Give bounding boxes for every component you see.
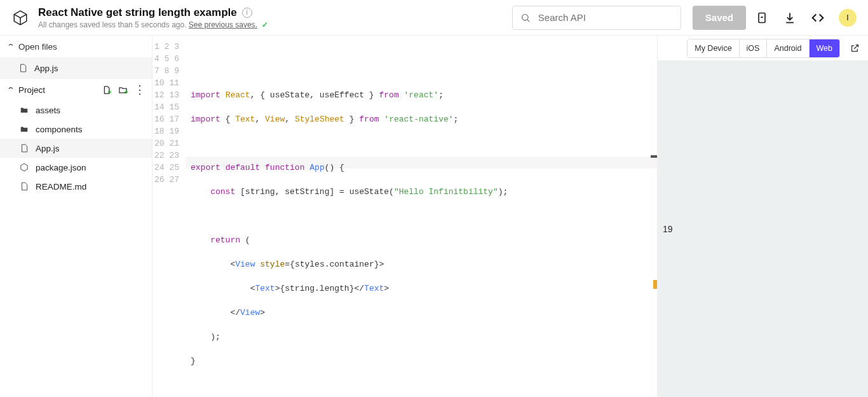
tree-label: assets <box>36 106 60 115</box>
project-section[interactable]: ⌃ Project + + ⋮ <box>0 79 152 101</box>
snack-logo[interactable] <box>11 9 29 27</box>
warning-marker <box>653 280 657 289</box>
scroll-indicator <box>651 155 657 158</box>
open-file-label: App.js <box>34 64 58 73</box>
project-label: Project <box>18 85 45 95</box>
new-folder-icon[interactable]: + <box>118 84 129 95</box>
search-input[interactable] <box>538 12 673 23</box>
info-icon[interactable]: i <box>242 8 252 18</box>
tree-item-appjs[interactable]: App.js <box>0 139 152 158</box>
header: React Native get string length example i… <box>0 0 868 36</box>
search-box[interactable] <box>512 6 681 30</box>
package-icon <box>19 162 29 172</box>
preview-panel: My Device iOS Android Web 19 <box>657 36 868 397</box>
kebab-icon[interactable]: ⋮ <box>134 84 146 95</box>
tree-label: package.json <box>36 163 86 172</box>
preview-output: 19 <box>663 224 673 234</box>
sidebar: ⌃ Open files App.js ⌃ Project + + ⋮ asse… <box>0 36 153 397</box>
preview-tab-android[interactable]: Android <box>767 39 809 57</box>
tree-item-assets[interactable]: assets <box>0 101 152 120</box>
user-avatar[interactable]: I <box>839 9 857 27</box>
code-editor[interactable]: 1 2 3 4 5 6 7 8 9 10 11 12 13 14 15 16 1… <box>153 36 657 397</box>
folder-icon <box>19 124 29 134</box>
line-gutter: 1 2 3 4 5 6 7 8 9 10 11 12 13 14 15 16 1… <box>153 36 186 397</box>
js-file-icon <box>18 63 28 73</box>
save-status: All changes saved less than 5 seconds ag… <box>38 20 268 29</box>
tree-item-package[interactable]: package.json <box>0 158 152 177</box>
embed-icon[interactable] <box>811 11 825 25</box>
preview-body: 19 <box>658 61 868 397</box>
download-icon[interactable] <box>783 11 797 25</box>
code-area[interactable]: import React, { useState, useEffect } fr… <box>186 36 657 397</box>
search-icon <box>520 13 531 23</box>
preview-tabs: My Device iOS Android Web <box>658 36 868 61</box>
active-line-highlight <box>186 157 657 169</box>
folder-icon <box>19 105 29 115</box>
open-files-label: Open files <box>18 42 57 52</box>
svg-line-1 <box>527 20 529 22</box>
chevron-up-icon: ⌃ <box>6 86 15 94</box>
js-file-icon <box>19 143 29 153</box>
preview-tab-mydevice[interactable]: My Device <box>688 39 739 57</box>
md-file-icon <box>19 181 29 192</box>
open-files-section[interactable]: ⌃ Open files <box>0 36 152 57</box>
tree-label: README.md <box>36 182 86 192</box>
preview-tab-web[interactable]: Web <box>810 39 839 57</box>
tree-label: App.js <box>36 144 60 153</box>
check-icon: ✓ <box>262 20 268 29</box>
preview-tab-ios[interactable]: iOS <box>740 39 768 57</box>
tree-item-components[interactable]: components <box>0 120 152 139</box>
svg-point-0 <box>522 14 527 20</box>
snack-title[interactable]: React Native get string length example <box>38 6 237 19</box>
new-file-icon[interactable]: + <box>101 84 112 95</box>
open-file-appjs[interactable]: App.js <box>0 57 152 79</box>
export-icon[interactable] <box>755 11 769 25</box>
tree-label: components <box>36 125 83 134</box>
previous-saves-link[interactable]: See previous saves. <box>189 20 257 29</box>
saved-button[interactable]: Saved <box>693 6 746 30</box>
saved-text: All changes saved less than 5 seconds ag… <box>38 20 186 29</box>
chevron-up-icon: ⌃ <box>6 43 15 51</box>
tree-item-readme[interactable]: README.md <box>0 177 152 196</box>
popout-icon[interactable] <box>849 43 860 54</box>
